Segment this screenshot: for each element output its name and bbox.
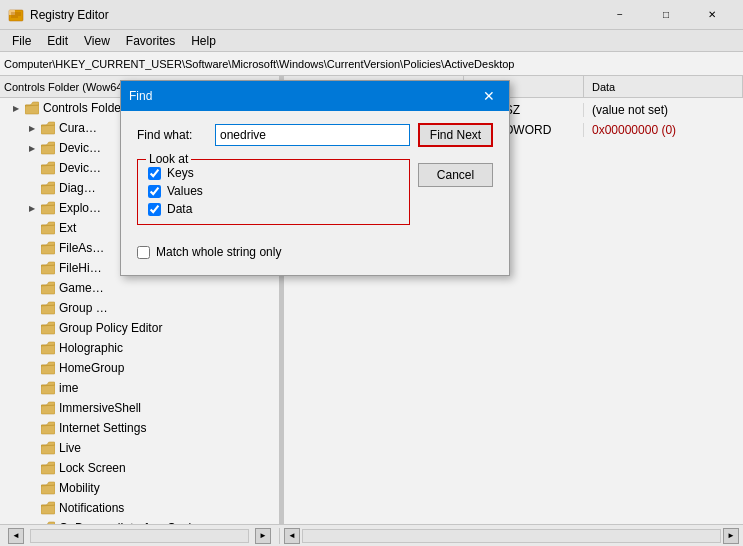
data-checkbox[interactable] <box>148 203 161 216</box>
dialog-body: Find what: Find Next Look at Keys Values… <box>121 111 509 275</box>
keys-row: Keys <box>148 166 399 180</box>
look-at-box: Look at Keys Values Data <box>137 159 410 225</box>
match-row: Match whole string only <box>137 245 493 259</box>
values-label[interactable]: Values <box>167 184 203 198</box>
dialog-close-button[interactable]: ✕ <box>477 84 501 108</box>
match-label[interactable]: Match whole string only <box>156 245 281 259</box>
cancel-button[interactable]: Cancel <box>418 163 493 187</box>
find-dialog: Find ✕ Find what: Find Next Look at Keys… <box>120 80 510 276</box>
match-checkbox[interactable] <box>137 246 150 259</box>
look-area: Look at Keys Values Data Cancel <box>137 159 493 235</box>
find-row: Find what: Find Next <box>137 123 493 147</box>
dialog-title: Find <box>129 89 477 103</box>
data-label[interactable]: Data <box>167 202 192 216</box>
keys-checkbox[interactable] <box>148 167 161 180</box>
find-what-input[interactable] <box>215 124 410 146</box>
keys-label[interactable]: Keys <box>167 166 194 180</box>
find-next-button[interactable]: Find Next <box>418 123 493 147</box>
find-what-label: Find what: <box>137 128 207 142</box>
cancel-area: Cancel <box>418 159 493 235</box>
data-row: Data <box>148 202 399 216</box>
values-checkbox[interactable] <box>148 185 161 198</box>
dialog-title-bar: Find ✕ <box>121 81 509 111</box>
look-at-label: Look at <box>146 152 191 166</box>
values-row: Values <box>148 184 399 198</box>
